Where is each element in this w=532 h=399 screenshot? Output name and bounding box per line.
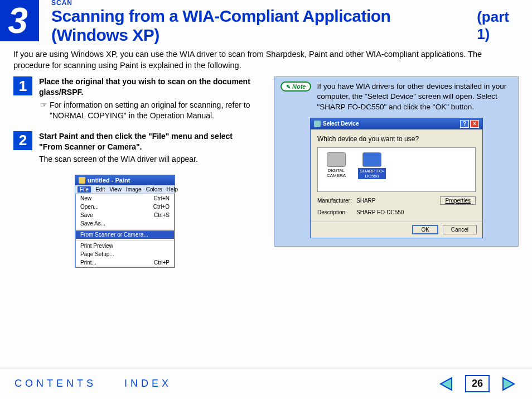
menu-item: Open...Ctrl+O: [76, 203, 174, 211]
index-link[interactable]: INDEX: [124, 378, 172, 390]
dialog-titlebar: Select Device ? ×: [311, 118, 482, 129]
svg-marker-1: [503, 378, 514, 390]
menu-image: Image: [126, 186, 142, 193]
note-text: If you have WIA drivers for other device…: [317, 81, 512, 112]
step-subtext: For information on setting an original f…: [50, 100, 258, 121]
page-number: 26: [465, 375, 490, 392]
menu-item: Print Preview: [76, 242, 174, 250]
dialog-question: Which device do you want to use?: [317, 135, 476, 143]
step-1: 1 Place the original that you wish to sc…: [13, 76, 258, 121]
next-page-icon[interactable]: [501, 376, 518, 392]
page-header: 3 SCAN Scanning from a WIA-Compliant App…: [0, 0, 532, 41]
svg-marker-0: [441, 378, 452, 390]
part-label: (part 1): [477, 8, 532, 43]
paint-titlebar: untitled - Paint: [75, 175, 175, 185]
cancel-button: Cancel: [443, 225, 477, 234]
file-menu-dropdown: NewCtrl+NOpen...Ctrl+OSaveCtrl+SSave As.…: [75, 194, 175, 267]
note-box: Note If you have WIA drivers for other d…: [274, 76, 519, 247]
description-label: Description:: [317, 209, 351, 215]
prev-page-icon[interactable]: [437, 376, 454, 392]
menu-item: From Scanner or Camera...: [76, 230, 174, 239]
device-label: DIGITAL CAMERA: [322, 168, 350, 178]
menu-edit: Edit: [95, 186, 105, 193]
step-body-text: The scan screen of the WIA driver will a…: [39, 154, 258, 165]
menu-item: SaveCtrl+S: [76, 211, 174, 219]
manufacturer-label: Manufacturer:: [317, 198, 351, 204]
dialog-title-text: Select Device: [323, 121, 359, 127]
menu-item: NewCtrl+N: [76, 194, 174, 203]
paint-title-text: untitled - Paint: [88, 177, 130, 184]
paint-menubar: File Edit View Image Colors Help: [75, 185, 175, 194]
description-value: SHARP FO-DC550: [356, 209, 404, 215]
device-sharp: SHARP FO-DC550: [358, 152, 386, 187]
note-badge: Note: [280, 81, 311, 92]
menu-item: Print...Ctrl+P: [76, 258, 174, 267]
select-device-dialog: Select Device ? × Which device do you wa…: [310, 118, 483, 238]
scanner-icon: [362, 152, 381, 167]
step-heading: Place the original that you wish to scan…: [39, 76, 258, 98]
device-label: SHARP FO-DC550: [358, 168, 386, 179]
device-digital-camera: DIGITAL CAMERA: [322, 152, 350, 187]
menu-item: Save As...: [76, 219, 174, 228]
footer-nav: CONTENTS INDEX 26: [0, 368, 532, 399]
menu-help: Help: [167, 186, 178, 193]
menu-colors: Colors: [146, 186, 162, 193]
pointer-icon: ☞: [40, 100, 47, 121]
ok-button: OK: [412, 225, 438, 234]
intro-paragraph: If you are using Windows XP, you can use…: [0, 41, 532, 76]
step-number: 1: [13, 76, 32, 95]
step-heading: Start Paint and then click the "File" me…: [39, 131, 258, 152]
section-label: SCAN: [51, 0, 532, 7]
camera-icon: [327, 152, 346, 167]
help-icon: ?: [460, 120, 469, 128]
manufacturer-value: SHARP: [356, 198, 375, 204]
menu-file: File: [78, 186, 91, 193]
chapter-number: 3: [0, 0, 39, 41]
menu-item: Page Setup...: [76, 250, 174, 258]
menu-view: View: [109, 186, 122, 193]
paint-window-screenshot: untitled - Paint File Edit View Image Co…: [75, 175, 175, 268]
page-title: Scanning from a WIA-Compliant Applicatio…: [51, 7, 466, 45]
properties-button: Properties: [440, 196, 476, 205]
device-list: DIGITAL CAMERA SHARP FO-DC550: [317, 147, 476, 192]
step-number: 2: [13, 131, 32, 150]
step-2: 2 Start Paint and then click the "File" …: [13, 131, 258, 165]
contents-link[interactable]: CONTENTS: [14, 378, 96, 390]
close-icon: ×: [470, 120, 479, 128]
